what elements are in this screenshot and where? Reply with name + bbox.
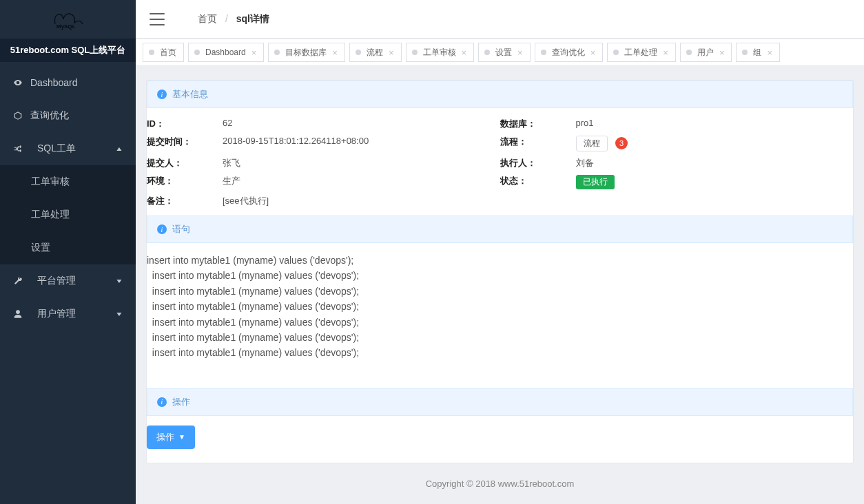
tab[interactable]: 工单审核×: [406, 43, 475, 62]
sidebar-item-label: 工单审核: [31, 176, 70, 188]
section-sql: i 语句: [147, 216, 853, 243]
info-flow-label: 流程：: [500, 136, 576, 151]
tab-label: Dashboard: [205, 48, 246, 57]
info-remark-value: [see代执行]: [223, 195, 853, 207]
sidebar-item-label: 查询优化: [30, 109, 69, 122]
sidebar-item-dashboard[interactable]: Dashboard: [0, 66, 136, 99]
tab-label: 目标数据库: [285, 47, 327, 59]
main: 首页 / sql详情 首页Dashboard×目标数据库×流程×工单审核×设置×…: [136, 0, 864, 504]
tab-label: 用户: [697, 47, 714, 59]
info-status-value: 已执行: [576, 175, 854, 189]
content: i 基本信息 ID： 62 数据库： pro1 提交时间： 2018-09-15…: [136, 66, 864, 504]
tab-label: 设置: [495, 47, 512, 59]
info-grid: ID： 62 数据库： pro1 提交时间： 2018-09-15T18:01:…: [147, 108, 853, 216]
info-executor-value: 刘备: [576, 157, 854, 169]
close-icon[interactable]: ×: [590, 48, 596, 58]
topbar: 首页 / sql详情: [136, 0, 864, 39]
sidebar-item-label: SQL工单: [37, 143, 76, 155]
caret-down-icon: ▼: [178, 433, 185, 441]
mysql-logo-icon: MySQL: [51, 9, 85, 30]
chevron-up-icon: ▲: [115, 145, 123, 152]
flow-button[interactable]: 流程: [576, 136, 608, 151]
close-icon[interactable]: ×: [251, 48, 257, 58]
sidebar-menu: Dashboard 查询优化 SQL工单 ▲ 工单审核: [0, 62, 136, 504]
tab[interactable]: Dashboard×: [188, 43, 264, 62]
chevron-down-icon: ▼: [115, 277, 123, 284]
hamburger-toggle[interactable]: [150, 13, 165, 25]
ops-block: 操作 ▼: [147, 416, 853, 449]
tab-dot-icon: [356, 50, 361, 55]
section-ops: i 操作: [147, 388, 853, 416]
logo: MySQL: [0, 0, 136, 39]
close-icon[interactable]: ×: [663, 48, 668, 58]
tab[interactable]: 查询优化×: [535, 43, 604, 62]
sidebar-item-settings[interactable]: 设置: [0, 231, 136, 264]
sidebar-item-label: 平台管理: [37, 275, 76, 287]
sidebar-item-label: Dashboard: [30, 77, 78, 88]
tab[interactable]: 设置×: [478, 43, 531, 62]
sidebar-submenu-sql-order: 工单审核 工单处理 设置: [0, 165, 136, 264]
sidebar-item-order-process[interactable]: 工单处理: [0, 198, 136, 231]
tab-dot-icon: [412, 50, 418, 55]
info-id-label: ID：: [147, 118, 223, 130]
tab[interactable]: 工单处理×: [607, 43, 676, 62]
section-title: 语句: [172, 223, 190, 235]
info-db-label: 数据库：: [500, 118, 576, 130]
tab-dot-icon: [484, 50, 490, 55]
ops-button-label: 操作: [156, 431, 174, 443]
tab[interactable]: 目标数据库×: [268, 43, 345, 62]
shuffle-icon: [12, 144, 23, 154]
sql-text: insert into mytable1 (myname) values ('d…: [147, 243, 853, 388]
info-status-label: 状态：: [500, 175, 576, 189]
tab-dot-icon: [541, 50, 546, 55]
tab[interactable]: 用户×: [680, 43, 732, 62]
info-flow-value: 流程 3: [576, 136, 854, 151]
cube-icon: [12, 111, 23, 120]
info-icon: i: [157, 224, 167, 234]
close-icon[interactable]: ×: [767, 48, 772, 58]
chevron-down-icon: ▼: [115, 311, 123, 317]
user-icon: [12, 309, 23, 319]
tab[interactable]: 流程×: [349, 43, 402, 62]
tab-label: 首页: [160, 47, 176, 59]
close-icon[interactable]: ×: [389, 48, 394, 58]
info-id-value: 62: [223, 118, 500, 130]
card: i 基本信息 ID： 62 数据库： pro1 提交时间： 2018-09-15…: [146, 80, 854, 463]
tab-label: 流程: [367, 47, 383, 59]
tab-label: 查询优化: [552, 47, 585, 59]
tab-dot-icon: [274, 50, 280, 55]
tab[interactable]: 组×: [736, 43, 780, 62]
sidebar-item-user-mgmt[interactable]: 用户管理 ▼: [0, 297, 136, 330]
tab-label: 工单处理: [624, 47, 657, 59]
sidebar-item-label: 设置: [31, 242, 50, 254]
breadcrumb: 首页 / sql详情: [198, 13, 269, 25]
sidebar-item-label: 用户管理: [37, 308, 76, 320]
close-icon[interactable]: ×: [517, 48, 523, 58]
sidebar-item-order-review[interactable]: 工单审核: [0, 165, 136, 198]
info-submitter-value: 张飞: [223, 157, 500, 169]
sidebar-item-query-opt[interactable]: 查询优化: [0, 99, 136, 132]
tab-dot-icon: [194, 50, 200, 55]
info-executor-label: 执行人：: [500, 157, 576, 169]
tab-label: 组: [753, 47, 761, 59]
tab-dot-icon: [686, 50, 692, 55]
sidebar-item-platform-mgmt[interactable]: 平台管理 ▼: [0, 264, 136, 297]
tabs-row: 首页Dashboard×目标数据库×流程×工单审核×设置×查询优化×工单处理×用…: [136, 39, 864, 66]
sidebar-title: 51reboot.com SQL上线平台: [0, 39, 136, 62]
close-icon[interactable]: ×: [462, 48, 467, 58]
breadcrumb-home[interactable]: 首页: [198, 13, 217, 24]
breadcrumb-current: sql详情: [236, 13, 269, 24]
tab-dot-icon: [742, 50, 748, 55]
tab-dot-icon: [613, 50, 619, 55]
section-basic-info: i 基本信息: [147, 81, 853, 108]
info-submit-time-label: 提交时间：: [147, 136, 223, 151]
close-icon[interactable]: ×: [719, 48, 725, 58]
close-icon[interactable]: ×: [332, 48, 338, 58]
info-submitter-label: 提交人：: [147, 157, 223, 169]
ops-dropdown-button[interactable]: 操作 ▼: [147, 426, 195, 449]
section-title: 操作: [172, 396, 190, 408]
footer: Copyright © 2018 www.51reboot.com: [146, 463, 854, 504]
info-submit-time-value: 2018-09-15T18:01:12.264118+08:00: [223, 136, 500, 151]
tab[interactable]: 首页: [143, 43, 184, 62]
sidebar-item-sql-order[interactable]: SQL工单 ▲: [0, 132, 136, 165]
